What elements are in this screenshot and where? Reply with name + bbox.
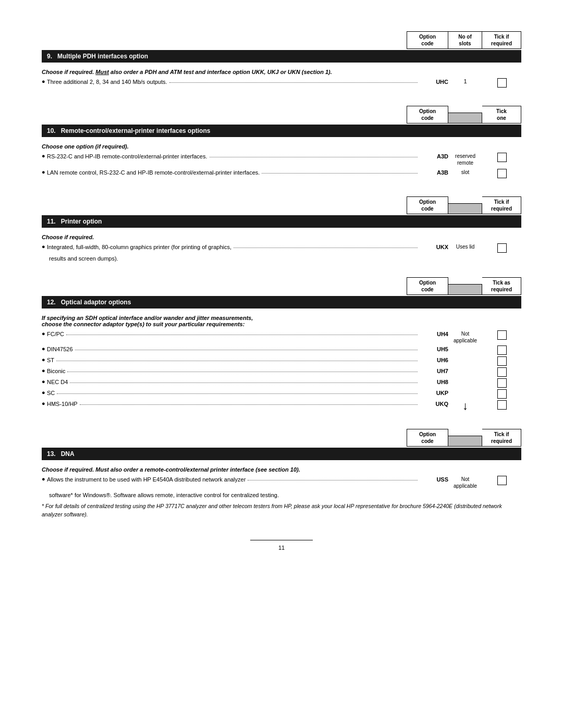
- bullet-12-2: ●: [42, 346, 47, 352]
- section13-item-1: ● Allows the instrument to be used with …: [42, 476, 521, 489]
- bullet-10-1: ●: [42, 153, 47, 159]
- section11-item-1: ● Integrated, full-width, 80-column grap…: [42, 243, 521, 253]
- section9-title: Multiple PDH interfaces option: [57, 53, 148, 60]
- item-12-3-text: ST: [47, 357, 54, 363]
- col-grey-10: [448, 113, 482, 124]
- item-10-2-code: A3B: [420, 169, 448, 176]
- checkbox-12-4[interactable]: [497, 367, 507, 377]
- item-12-1-text: FC/PC: [47, 331, 64, 337]
- section-10-block: Optioncode Tickone 10. Remote-control/ex…: [42, 106, 521, 186]
- item-10-1-code: A3D: [420, 153, 448, 159]
- optical-row-uh4: ● FC/PC UH4 Notapplicable: [42, 330, 521, 344]
- bullet-12-1: ●: [42, 330, 47, 337]
- section9-item-1: ● Three additional 2, 8, 34 and 140 Mb/s…: [42, 78, 521, 88]
- item-12-2-checkbox: [482, 346, 521, 355]
- item-12-6-code: UKP: [420, 390, 448, 396]
- col-option-code-label: Optioncode: [407, 31, 448, 49]
- checkbox-12-3[interactable]: [497, 356, 507, 366]
- optical-row-ukp: ● SC UKP: [42, 389, 521, 399]
- item-12-2-text: DIN47526: [47, 346, 73, 352]
- page-number: 11: [250, 540, 313, 551]
- item-12-7-checkbox: [482, 400, 521, 410]
- checkbox-13-1[interactable]: [497, 476, 507, 485]
- dots-12-7: [80, 399, 418, 405]
- item-10-2-label: LAN remote control, RS-232-C and HP-IB r…: [47, 169, 448, 176]
- dots-12-2: [75, 344, 418, 350]
- optical-row-uh6: ● ST UH6: [42, 356, 521, 366]
- optical-row-uh7: ● Biconic UH7: [42, 367, 521, 377]
- item-12-6-label: SC UKP: [47, 389, 448, 396]
- item-9-1-checkbox: [482, 78, 521, 88]
- col-grey-11: [448, 203, 482, 214]
- dots-12-4: [67, 366, 418, 372]
- checkbox-12-7[interactable]: [497, 400, 507, 410]
- item-10-1-text: RS-232-C and HP-IB remote-control/extern…: [47, 153, 207, 159]
- section12-number: 12.: [47, 299, 56, 306]
- item-12-7-code: UKQ: [420, 401, 448, 407]
- section-13-block: Optioncode Tick ifrequired 13. DNA Choos…: [42, 429, 521, 524]
- section10-bar: 10. Remote-control/external-printer inte…: [42, 125, 521, 137]
- item-13-1-code: USS: [420, 476, 448, 483]
- col-option-code-13: Optioncode: [407, 429, 448, 447]
- page-content: Optioncode No ofslots Tick ifrequired 9.…: [42, 31, 521, 551]
- dots-12-1: [66, 329, 418, 335]
- checkbox-12-1[interactable]: [497, 330, 507, 340]
- item-9-1-code: UHC: [420, 79, 448, 85]
- section13-content: Choose if required. Must also order a re…: [42, 464, 521, 524]
- item-13-1-continuation: software* for Windows®. Software allows …: [42, 492, 521, 498]
- item-12-1-na: Notapplicable: [448, 330, 482, 344]
- item-13-1-checkbox: [482, 476, 521, 485]
- col-tick-if-required-label: Tick ifrequired: [482, 31, 521, 49]
- section10-choose-note: Choose one option (if required).: [42, 143, 521, 150]
- section9-number: 9.: [47, 53, 52, 60]
- checkbox-12-6[interactable]: [497, 389, 507, 399]
- dots-12-6: [57, 388, 418, 394]
- section9-bar: 9. Multiple PDH interfaces option: [42, 50, 521, 63]
- optical-items-container: ● FC/PC UH4 Notapplicable ● DIN4752: [42, 330, 521, 412]
- section11-title: Printer option: [61, 218, 102, 225]
- item-12-5-code: UH8: [420, 379, 448, 385]
- checkbox-11-1[interactable]: [497, 243, 507, 253]
- section10-item-1: ● RS-232-C and HP-IB remote-control/exte…: [42, 153, 521, 166]
- item-9-1-label: Three additional 2, 8, 34 and 140 Mb/s o…: [47, 78, 448, 85]
- optical-row-uh5: ● DIN47526 UH5: [42, 346, 521, 355]
- dots-12-5: [70, 377, 418, 383]
- checkbox-10-2[interactable]: [497, 169, 507, 178]
- item-10-2-text: LAN remote control, RS-232-C and HP-IB r…: [47, 169, 260, 176]
- dots-11-1: [234, 242, 418, 248]
- section13-number: 13.: [47, 450, 56, 458]
- checkbox-12-5[interactable]: [497, 378, 507, 388]
- bullet-12-3: ●: [42, 356, 47, 363]
- item-13-1-text: Allows the instrument to be used with HP…: [47, 476, 246, 483]
- section-12-block: Optioncode Tick asrequired 12. Optical a…: [42, 277, 521, 418]
- dots-10-1: [210, 152, 418, 157]
- section10-number: 10.: [47, 127, 56, 134]
- checkbox-10-1[interactable]: [497, 153, 507, 162]
- item-12-4-label: Biconic UH7: [47, 367, 448, 374]
- section13-title: DNA: [61, 450, 75, 458]
- section10-title: Remote-control/external-printer interfac…: [61, 127, 211, 134]
- bullet-11-1: ●: [42, 243, 47, 250]
- item-12-1-checkbox: [482, 330, 521, 340]
- section-9-block: Optioncode No ofslots Tick ifrequired 9.…: [42, 31, 521, 95]
- checkbox-9-1[interactable]: [497, 78, 507, 88]
- item-11-1-checkbox: [482, 243, 521, 253]
- bullet-10-2: ●: [42, 169, 47, 175]
- bullet-9-1: ●: [42, 78, 47, 84]
- section13-choose-note: Choose if required. Must also order a re…: [42, 466, 521, 473]
- item-11-1-slots: Uses lid: [448, 243, 482, 250]
- item-10-2-slots: slot: [448, 169, 482, 176]
- section10-item-2: ● LAN remote control, RS-232-C and HP-IB…: [42, 169, 521, 178]
- checkbox-12-2[interactable]: [497, 346, 507, 355]
- col-grey-12: [448, 284, 482, 295]
- item-12-6-text: SC: [47, 390, 55, 396]
- bullet-13-1: ●: [42, 476, 47, 482]
- section9-choose-note: Choose if required. Must also order a PD…: [42, 69, 521, 75]
- item-12-1-code: UH4: [420, 331, 448, 337]
- item-12-5-text: NEC D4: [47, 379, 68, 385]
- bullet-12-4: ●: [42, 367, 47, 374]
- item-12-3-code: UH6: [420, 357, 448, 363]
- section12-col-headers: Optioncode Tick asrequired: [42, 277, 521, 295]
- bullet-12-7: ●: [42, 400, 47, 406]
- item-12-2-label: DIN47526 UH5: [47, 346, 448, 352]
